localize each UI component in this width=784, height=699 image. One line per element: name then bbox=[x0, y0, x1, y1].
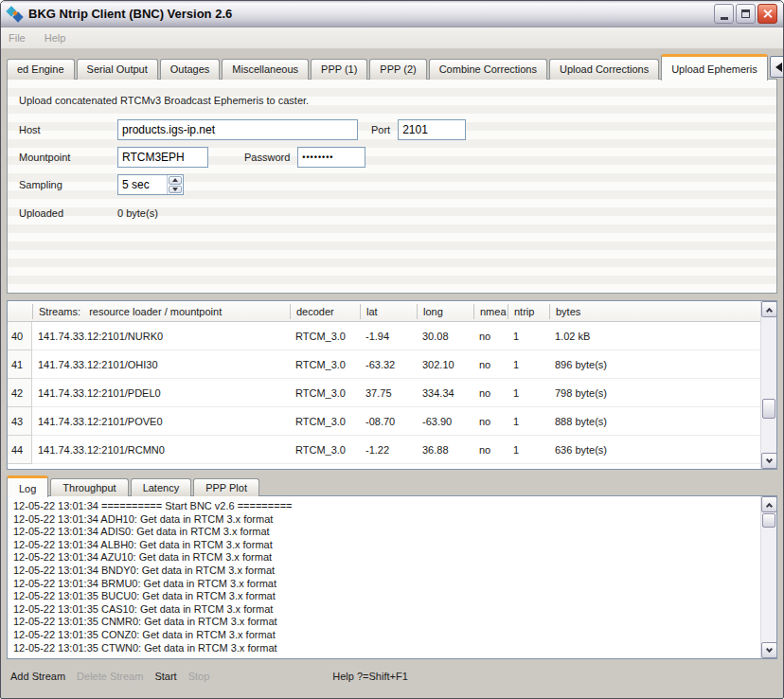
tab-upload-corrections[interactable]: Upload Corrections bbox=[549, 59, 659, 80]
scroll-up-button[interactable] bbox=[761, 496, 777, 512]
nmea-cell: no bbox=[473, 379, 508, 407]
lat-cell: 37.75 bbox=[360, 379, 417, 407]
spin-down-button[interactable] bbox=[169, 186, 182, 194]
maximize-icon bbox=[741, 9, 750, 18]
uploaded-label: Uploaded bbox=[17, 207, 117, 219]
nmea-cell: no bbox=[473, 407, 508, 436]
table-row[interactable]: 44141.74.33.12:2101/RCMN0RTCM_3.0-1.2236… bbox=[8, 436, 760, 464]
nmea-cell: no bbox=[473, 322, 508, 350]
streams-table-body: 40141.74.33.12:2101/NURK0RTCM_3.0-1.9430… bbox=[8, 322, 760, 464]
tab-miscellaneous[interactable]: Miscellaneous bbox=[222, 59, 309, 80]
bottom-tab-bar: LogThroughputLatencyPPP Plot bbox=[7, 475, 777, 496]
table-row[interactable]: 43141.74.33.12:2101/POVE0RTCM_3.0-08.70-… bbox=[8, 407, 760, 436]
log-line: 12-05-22 13:01:34 BNDY0: Get data in RTC… bbox=[13, 565, 760, 578]
title-bar[interactable]: BKG Ntrip Client (BNC) Version 2.6 bbox=[1, 1, 783, 27]
stream-cell: 141.74.33.12:2101/POVE0 bbox=[32, 407, 290, 436]
menu-bar: FileHelp bbox=[1, 27, 783, 49]
scroll-up-button[interactable] bbox=[761, 301, 777, 317]
decoder-cell: RTCM_3.0 bbox=[290, 436, 360, 464]
menu-help[interactable]: Help bbox=[45, 32, 66, 44]
ntrip-cell: 1 bbox=[508, 407, 549, 436]
app-window: BKG Ntrip Client (BNC) Version 2.6 FileH… bbox=[0, 0, 784, 699]
host-input[interactable] bbox=[117, 119, 358, 140]
decoder-cell: RTCM_3.0 bbox=[290, 407, 360, 436]
bytes-cell: 1.02 kB bbox=[549, 322, 760, 350]
sampling-value[interactable] bbox=[118, 175, 167, 194]
action-add-stream[interactable]: Add Stream bbox=[10, 671, 65, 682]
long-cell: -63.90 bbox=[417, 407, 473, 436]
table-row[interactable]: 41141.74.33.12:2101/OHI30RTCM_3.0-63.323… bbox=[8, 350, 760, 379]
tab-bar: ed EngineSerial OutputOutagesMiscellaneo… bbox=[7, 52, 777, 80]
scroll-down-button[interactable] bbox=[761, 453, 777, 469]
password-input[interactable] bbox=[297, 147, 365, 168]
arrow-down-icon bbox=[172, 188, 178, 191]
header-bytes: bytes bbox=[549, 304, 760, 319]
header-long: long bbox=[417, 304, 473, 319]
log-line: 12-05-22 13:01:35 CTWN0: Get data in RTC… bbox=[13, 642, 760, 655]
decoder-cell: RTCM_3.0 bbox=[290, 379, 360, 407]
spin-up-button[interactable] bbox=[169, 176, 182, 185]
tab-upload-ephemeris[interactable]: Upload Ephemeris bbox=[661, 54, 768, 81]
tab-latency[interactable]: Latency bbox=[131, 478, 192, 496]
bytes-cell: 896 byte(s) bbox=[549, 350, 760, 379]
row-number: 40 bbox=[8, 322, 32, 350]
host-label: Host bbox=[17, 124, 117, 135]
header-streams: Streams: resource loader / mountpoint bbox=[32, 304, 290, 319]
close-icon bbox=[762, 9, 773, 19]
header-ntrip: ntrip bbox=[508, 304, 549, 319]
tab-log[interactable]: Log bbox=[7, 475, 48, 497]
log-line: 12-05-22 13:01:35 CONZ0: Get data in RTC… bbox=[13, 629, 760, 642]
menu-file[interactable]: File bbox=[9, 32, 26, 44]
action-stop: Stop bbox=[188, 671, 210, 682]
tab-combine-corrections[interactable]: Combine Corrections bbox=[429, 59, 547, 80]
streams-scrollbar[interactable] bbox=[760, 301, 776, 469]
tab-ppp-plot[interactable]: PPP Plot bbox=[193, 478, 259, 496]
log-line: 12-05-22 13:01:34 ALBH0: Get data in RTC… bbox=[13, 539, 760, 552]
port-label: Port bbox=[371, 124, 390, 135]
minimize-icon bbox=[721, 17, 728, 20]
log-content: 12-05-22 13:01:34 ========== Start BNC v… bbox=[8, 496, 760, 658]
sampling-spinner[interactable] bbox=[117, 174, 184, 195]
header-decoder: decoder bbox=[290, 304, 360, 319]
table-row[interactable]: 42141.74.33.12:2101/PDEL0RTCM_3.037.7533… bbox=[8, 379, 760, 407]
ntrip-cell: 1 bbox=[508, 379, 549, 407]
tab-strip: ed EngineSerial OutputOutagesMiscellaneo… bbox=[7, 54, 770, 80]
stream-cell: 141.74.33.12:2101/RCMN0 bbox=[32, 436, 290, 464]
tab-serial-output[interactable]: Serial Output bbox=[77, 59, 158, 80]
bottom-tab-strip: LogThroughputLatencyPPP Plot bbox=[7, 475, 261, 496]
minimize-button[interactable] bbox=[714, 4, 734, 24]
chevron-left-icon bbox=[775, 63, 782, 72]
sampling-label: Sampling bbox=[17, 179, 117, 190]
table-row[interactable]: 40141.74.33.12:2101/NURK0RTCM_3.0-1.9430… bbox=[8, 322, 760, 350]
help-shortcut-label: Help ?=Shift+F1 bbox=[332, 671, 408, 682]
lat-cell: -63.32 bbox=[360, 350, 417, 379]
row-number: 42 bbox=[8, 379, 32, 407]
action-start[interactable]: Start bbox=[154, 671, 176, 682]
tab-ppp-1[interactable]: PPP (1) bbox=[311, 59, 367, 80]
tab-ed-engine[interactable]: ed Engine bbox=[7, 59, 75, 80]
port-input[interactable] bbox=[398, 119, 466, 140]
upload-ephemeris-pane: Upload concatenated RTCMv3 Broadcast Eph… bbox=[7, 79, 777, 294]
log-line: 12-05-22 13:01:34 ADIS0: Get data in RTC… bbox=[13, 526, 760, 539]
row-number: 43 bbox=[8, 407, 32, 436]
maximize-button[interactable] bbox=[736, 4, 756, 24]
mountpoint-input[interactable] bbox=[117, 147, 208, 168]
long-cell: 302.10 bbox=[417, 350, 473, 379]
tab-ppp-2[interactable]: PPP (2) bbox=[369, 59, 426, 80]
scrollbar-thumb[interactable] bbox=[762, 399, 775, 419]
log-line: 12-05-22 13:01:34 ADH10: Get data in RTC… bbox=[13, 513, 760, 527]
tab-throughput[interactable]: Throughput bbox=[50, 478, 128, 496]
header-nmea: nmea bbox=[473, 304, 508, 319]
row-number: 44 bbox=[8, 436, 32, 464]
scrollbar-thumb[interactable] bbox=[762, 513, 775, 528]
close-button[interactable] bbox=[757, 4, 777, 24]
log-scrollbar[interactable] bbox=[760, 496, 776, 658]
decoder-cell: RTCM_3.0 bbox=[290, 322, 360, 350]
mountpoint-label: Mountpoint bbox=[17, 152, 117, 163]
log-line: 12-05-22 13:01:34 ========== Start BNC v… bbox=[13, 500, 760, 513]
stream-cell: 141.74.33.12:2101/NURK0 bbox=[32, 322, 290, 350]
lat-cell: -1.22 bbox=[360, 436, 417, 464]
tab-scroll-left-button[interactable] bbox=[770, 56, 784, 78]
tab-outages[interactable]: Outages bbox=[160, 59, 221, 80]
scroll-down-button[interactable] bbox=[761, 642, 777, 658]
